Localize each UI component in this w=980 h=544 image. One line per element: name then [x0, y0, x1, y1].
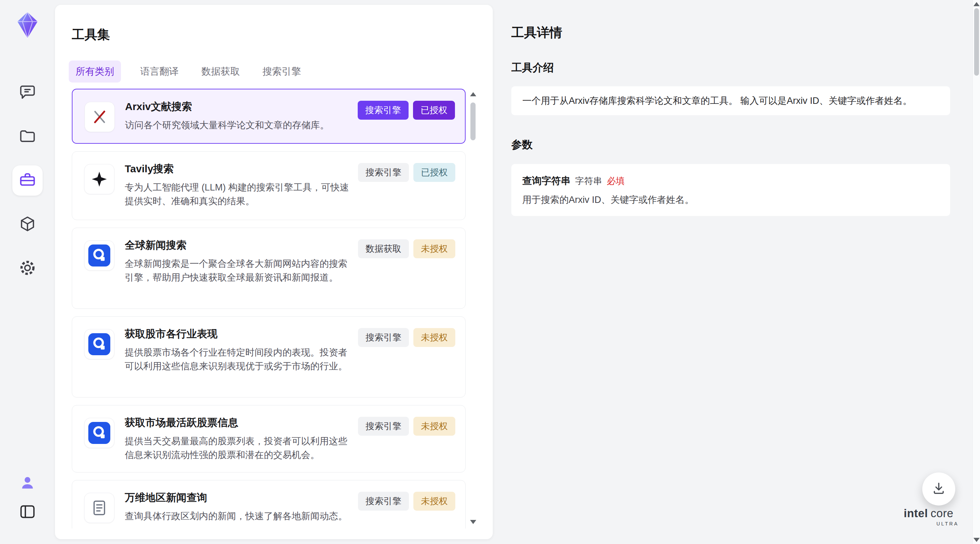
download-icon	[931, 481, 946, 497]
tool-name: Tavily搜索	[125, 162, 356, 176]
tool-auth-badge[interactable]: 未授权	[414, 492, 455, 510]
scroll-down-icon[interactable]	[974, 538, 980, 542]
gear-icon	[19, 259, 37, 278]
tool-category-badge: 数据获取	[358, 239, 409, 258]
category-tabs: 所有类别 语言翻译 数据获取 搜索引擎	[69, 61, 304, 83]
tool-category-badge: 搜索引擎	[358, 492, 409, 510]
toolset-panel: 工具集 所有类别 语言翻译 数据获取 搜索引擎 Arxiv文献搜索 访问各个研究…	[55, 5, 493, 539]
tool-card-arxiv[interactable]: Arxiv文献搜索 访问各个研究领域大量科学论文和文章的存储库。 搜索引擎 已授…	[72, 89, 466, 144]
page-scrollbar-thumb[interactable]	[974, 8, 979, 76]
param-required-badge: 必填	[607, 175, 625, 187]
cube-icon	[19, 215, 37, 234]
download-button[interactable]	[922, 472, 955, 506]
param-header: 查询字符串 字符串 必填	[522, 174, 939, 187]
page-title: 工具集	[72, 26, 110, 43]
tool-card-regional-news[interactable]: 万维地区新闻查询 查询具体行政区划内的新闻，快速了解各地新闻动态。 搜索引擎 未…	[72, 480, 466, 528]
scroll-up-icon[interactable]	[974, 2, 980, 6]
tool-details-panel: 工具详情 工具介绍 一个用于从Arxiv存储库搜索科学论文和文章的工具。 输入可…	[493, 0, 972, 544]
intro-heading: 工具介绍	[511, 61, 554, 75]
user-avatar[interactable]	[16, 472, 38, 495]
intro-text: 一个用于从Arxiv存储库搜索科学论文和文章的工具。 输入可以是Arxiv ID…	[522, 94, 912, 107]
sidebar-toggle[interactable]	[16, 501, 38, 523]
details-title: 工具详情	[511, 24, 562, 41]
tab-data-fetch[interactable]: 数据获取	[198, 61, 243, 83]
tool-name: 万维地区新闻查询	[125, 491, 356, 505]
sidebar-item-tools[interactable]	[13, 165, 43, 196]
intel-core-wordmark: intelcore	[904, 507, 959, 520]
tool-name: 全球新闻搜索	[125, 238, 356, 252]
tab-all-categories[interactable]: 所有类别	[69, 61, 121, 83]
tool-desc: 全球新闻搜索是一个聚合全球各大新闻网站内容的搜索引擎，帮助用户快速获取全球最新资…	[125, 257, 356, 284]
briefcase-icon	[19, 171, 37, 190]
juhe-logo-icon	[84, 240, 115, 271]
tool-auth-badge[interactable]: 未授权	[414, 328, 455, 347]
sidebar-item-files[interactable]	[16, 126, 38, 148]
tavily-logo-icon	[84, 164, 115, 194]
ultra-label: ULTRA	[904, 521, 959, 526]
sidebar	[0, 0, 55, 544]
param-type: 字符串	[575, 175, 602, 187]
tool-card-most-active-stocks[interactable]: 获取市场最活跃股票信息 提供当天交易量最高的股票列表，投资者可以利用这些信息来识…	[72, 405, 466, 472]
scroll-up-icon[interactable]	[470, 92, 476, 96]
tool-category-badge: 搜索引擎	[358, 328, 409, 347]
intel-core-logo: intelcore ULTRA	[904, 507, 959, 526]
app-logo	[13, 10, 43, 40]
tool-category-badge: 搜索引擎	[358, 101, 409, 120]
tool-auth-badge[interactable]: 未授权	[414, 239, 455, 258]
tool-category-badge: 搜索引擎	[358, 163, 409, 182]
tool-card-global-news[interactable]: 全球新闻搜索 全球新闻搜索是一个聚合全球各大新闻网站内容的搜索引擎，帮助用户快速…	[72, 228, 466, 309]
tool-list: Arxiv文献搜索 访问各个研究领域大量科学论文和文章的存储库。 搜索引擎 已授…	[72, 89, 477, 528]
person-icon	[19, 474, 36, 493]
tool-auth-badge[interactable]: 已授权	[414, 163, 455, 182]
tool-category-badge: 搜索引擎	[358, 417, 409, 436]
intro-card: 一个用于从Arxiv存储库搜索科学论文和文章的工具。 输入可以是Arxiv ID…	[511, 86, 950, 115]
tool-name: Arxiv文献搜索	[125, 100, 356, 114]
tab-search-engine[interactable]: 搜索引擎	[259, 61, 304, 83]
tool-auth-badge[interactable]: 已授权	[413, 101, 455, 120]
juhe-logo-icon	[84, 418, 115, 448]
tool-card-stock-sectors[interactable]: 获取股市各行业表现 提供股票市场各个行业在特定时间段内的表现。投资者可以利用这些…	[72, 316, 466, 397]
folder-icon	[19, 127, 37, 147]
tool-name: 获取市场最活跃股票信息	[125, 416, 356, 430]
tool-desc: 访问各个研究领域大量科学论文和文章的存储库。	[125, 118, 356, 132]
sidebar-item-settings[interactable]	[16, 258, 38, 279]
tool-name: 获取股市各行业表现	[125, 327, 356, 341]
arxiv-logo-icon	[84, 102, 115, 132]
page-scrollbar[interactable]	[972, 0, 980, 544]
list-scrollbar[interactable]	[469, 90, 477, 526]
param-card: 查询字符串 字符串 必填 用于搜索的Arxiv ID、关键字或作者姓名。	[511, 164, 950, 216]
juhe-logo-icon	[84, 329, 115, 359]
tool-desc: 查询具体行政区划内的新闻，快速了解各地新闻动态。	[125, 509, 356, 523]
list-scrollbar-thumb[interactable]	[471, 102, 476, 140]
tool-desc: 提供当天交易量最高的股票列表，投资者可以利用这些信息来识别流动性强的股票和潜在的…	[125, 434, 356, 462]
sidebar-item-models[interactable]	[16, 214, 38, 236]
tool-card-tavily[interactable]: Tavily搜索 专为人工智能代理 (LLM) 构建的搜索引擎工具，可快速提供实…	[72, 151, 466, 220]
panel-toggle-icon	[19, 503, 36, 522]
scroll-down-icon[interactable]	[470, 520, 476, 524]
document-icon	[84, 493, 115, 523]
tab-translation[interactable]: 语言翻译	[137, 61, 182, 83]
sidebar-item-chat[interactable]	[16, 82, 38, 104]
params-heading: 参数	[511, 137, 533, 152]
tool-desc: 提供股票市场各个行业在特定时间段内的表现。投资者可以利用这些信息来识别表现优于或…	[125, 346, 356, 373]
param-desc: 用于搜索的Arxiv ID、关键字或作者姓名。	[522, 194, 939, 206]
tool-auth-badge[interactable]: 未授权	[414, 417, 455, 436]
param-name: 查询字符串	[522, 174, 570, 187]
chat-icon	[19, 83, 37, 102]
tool-desc: 专为人工智能代理 (LLM) 构建的搜索引擎工具，可快速提供实时、准确和真实的结…	[125, 180, 356, 208]
